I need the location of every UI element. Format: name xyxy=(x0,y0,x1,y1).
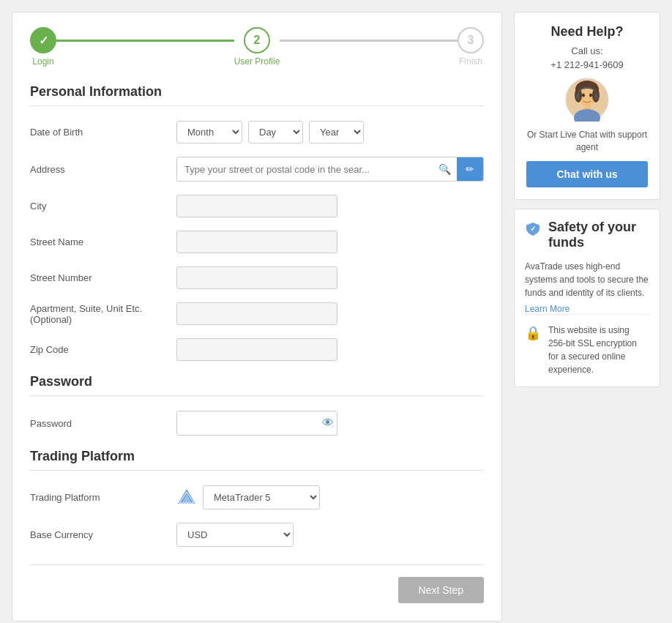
learn-more-link[interactable]: Learn More xyxy=(525,304,570,314)
dob-year-select[interactable]: Year 2005200420032002 2001200019991998 1… xyxy=(309,121,364,143)
password-row: Password 👁 xyxy=(30,411,484,436)
svg-point-11 xyxy=(589,94,592,97)
city-label: City xyxy=(30,201,176,212)
address-label: Address xyxy=(30,164,176,175)
avatar-svg xyxy=(565,78,609,122)
zip-code-row: Zip Code xyxy=(30,338,484,361)
street-name-input[interactable] xyxy=(176,231,337,253)
apartment-label: Apartment, Suite, Unit Etc. (Optional) xyxy=(30,303,176,325)
section-trading-title: Trading Platform xyxy=(30,449,484,464)
security-title: Safety of your funds xyxy=(548,220,649,251)
step-line-1 xyxy=(56,40,234,42)
step-login-label: Login xyxy=(32,56,53,67)
divider-personal xyxy=(30,105,484,106)
city-control xyxy=(176,195,484,217)
step-user-profile: 2 User Profile xyxy=(234,27,280,67)
password-label: Password xyxy=(30,418,176,429)
base-currency-row: Base Currency USD EUR GBP JPY xyxy=(30,523,484,547)
stepper: ✓ Login 2 User Profile 3 Finish xyxy=(30,27,484,67)
password-input[interactable] xyxy=(177,413,315,434)
street-name-control xyxy=(176,231,484,253)
city-row: City xyxy=(30,195,484,217)
security-card: ✓ Safety of your funds AvaTrade uses hig… xyxy=(514,209,660,387)
base-currency-select[interactable]: USD EUR GBP JPY xyxy=(176,523,294,547)
next-step-button[interactable]: Next Step xyxy=(398,577,484,603)
step-finish-circle: 3 xyxy=(458,27,484,53)
help-phone: +1 212-941-9609 xyxy=(526,59,648,70)
help-card: Need Help? Call us: +1 212-941-9609 xyxy=(514,12,660,200)
divider-trading xyxy=(30,470,484,471)
section-personal-title: Personal Information xyxy=(30,84,484,100)
street-number-row: Street Number xyxy=(30,266,484,289)
step-user-profile-circle: 2 xyxy=(244,27,270,53)
dob-label: Date of Birth xyxy=(30,127,176,138)
base-currency-label: Base Currency xyxy=(30,529,176,540)
lock-icon: 🔒 xyxy=(525,325,541,376)
section-password-title: Password xyxy=(30,374,484,389)
dob-month-select[interactable]: Month JanuaryFebruaryMarch AprilMayJune … xyxy=(176,121,242,143)
security-desc: AvaTrade uses high-end systems and tools… xyxy=(525,260,649,299)
help-chat-text: Or Start Live Chat with support agent xyxy=(526,129,648,154)
svg-rect-13 xyxy=(594,94,598,100)
svg-text:✓: ✓ xyxy=(530,225,536,233)
ssl-row: 🔒 This website is using 256-bit SSL encr… xyxy=(525,314,649,376)
zip-code-label: Zip Code xyxy=(30,344,176,355)
shield-icon: ✓ xyxy=(525,221,541,251)
base-currency-control: USD EUR GBP JPY xyxy=(176,523,484,547)
address-edit-button[interactable]: ✏ xyxy=(457,157,483,181)
trading-platform-row: Trading Platform MetaTrader 5 MetaTrader… xyxy=(30,485,484,510)
ssl-text: This website is using 256-bit SSL encryp… xyxy=(548,324,649,376)
password-control: 👁 xyxy=(176,411,484,436)
metatrader-icon xyxy=(176,488,197,508)
trading-platform-select[interactable]: MetaTrader 5 MetaTrader 4 AvaOptions xyxy=(203,485,320,510)
help-title: Need Help? xyxy=(526,24,648,40)
street-name-label: Street Name xyxy=(30,236,176,247)
step-user-profile-label: User Profile xyxy=(234,56,280,67)
apartment-input[interactable] xyxy=(176,302,337,325)
address-row: Address 🔍 ✏ xyxy=(30,157,484,182)
dob-row: Date of Birth Month JanuaryFebruaryMarch… xyxy=(30,121,484,143)
street-number-label: Street Number xyxy=(30,272,176,283)
step-login: ✓ Login xyxy=(30,27,56,67)
step-finish-label: Finish xyxy=(459,56,482,67)
address-input[interactable] xyxy=(177,158,433,181)
trading-platform-control: MetaTrader 5 MetaTrader 4 AvaOptions xyxy=(176,485,484,510)
chat-button[interactable]: Chat with us xyxy=(526,161,648,187)
step-line-2 xyxy=(280,40,458,42)
bottom-row: Next Step xyxy=(30,564,484,603)
apartment-row: Apartment, Suite, Unit Etc. (Optional) xyxy=(30,302,484,325)
zip-code-control xyxy=(176,338,484,361)
zip-code-input[interactable] xyxy=(176,338,337,361)
trading-platform-label: Trading Platform xyxy=(30,492,176,503)
address-control: 🔍 ✏ xyxy=(176,157,484,182)
svg-point-10 xyxy=(582,94,585,97)
city-input[interactable] xyxy=(176,195,337,217)
dob-selects: Month JanuaryFebruaryMarch AprilMayJune … xyxy=(176,121,484,143)
street-number-control xyxy=(176,266,484,289)
divider-password xyxy=(30,395,484,396)
street-name-row: Street Name xyxy=(30,231,484,253)
help-call-label: Call us: xyxy=(526,45,648,56)
sidebar: Need Help? Call us: +1 212-941-9609 xyxy=(514,12,660,622)
dob-day-select[interactable]: Day 12345 678910 1112131415 1617181920 2… xyxy=(248,121,303,143)
main-panel: ✓ Login 2 User Profile 3 Finish Personal… xyxy=(12,12,502,622)
password-toggle-button[interactable]: 👁 xyxy=(315,411,341,435)
street-number-input[interactable] xyxy=(176,266,337,289)
security-row: ✓ Safety of your funds xyxy=(525,220,649,251)
step-finish: 3 Finish xyxy=(458,27,484,67)
password-wrapper: 👁 xyxy=(176,411,337,436)
agent-avatar xyxy=(526,78,648,122)
address-input-wrapper: 🔍 ✏ xyxy=(176,157,484,182)
svg-rect-12 xyxy=(576,94,580,100)
search-icon: 🔍 xyxy=(433,157,457,181)
apartment-control xyxy=(176,302,484,325)
step-login-circle: ✓ xyxy=(30,27,56,53)
